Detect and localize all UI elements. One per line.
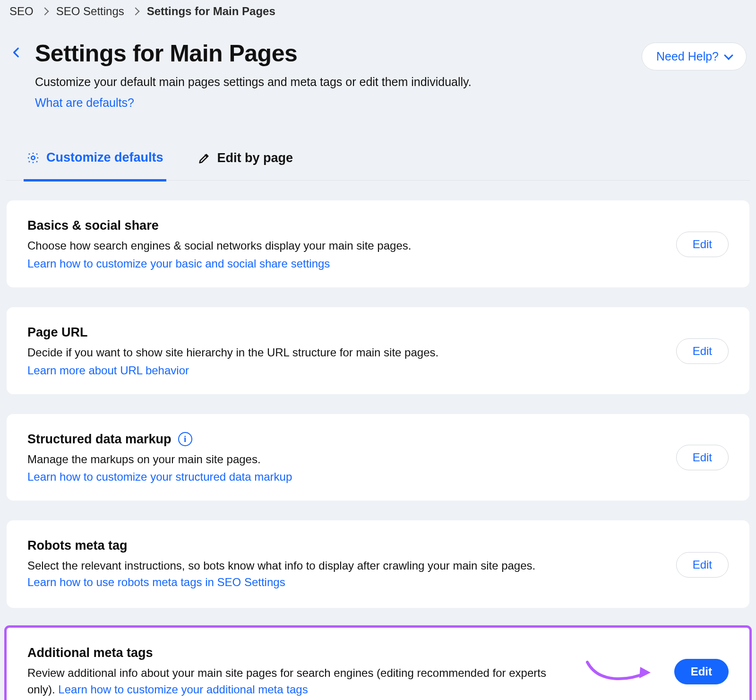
page-subtitle: Customize your default main pages settin… [35,74,629,90]
card-page-url: Page URL Decide if you want to show site… [7,307,749,394]
need-help-button[interactable]: Need Help? [642,43,747,70]
card-robots-meta-tag: Robots meta tag Select the relevant inst… [7,520,749,608]
gear-icon [26,151,40,164]
edit-button[interactable]: Edit [676,232,729,257]
card-title: Structured data markup [27,432,172,447]
card-description: Manage the markups on your main site pag… [27,451,547,468]
edit-button[interactable]: Edit [674,659,729,684]
card-learn-link[interactable]: Learn how to customize your additional m… [58,683,308,696]
tab-edit-by-page[interactable]: Edit by page [195,144,296,180]
card-learn-link[interactable]: Learn how to customize your basic and so… [27,257,330,270]
card-title: Additional meta tags [27,646,153,660]
edit-button[interactable]: Edit [676,445,729,470]
breadcrumb-seo[interactable]: SEO [9,5,34,18]
card-description: Review additional info about your main s… [27,665,547,698]
card-learn-link[interactable]: Learn more about URL behavior [27,364,189,377]
breadcrumb: SEO SEO Settings Settings for Main Pages [6,0,750,26]
edit-button[interactable]: Edit [676,338,729,364]
page-title: Settings for Main Pages [35,40,629,67]
back-button[interactable] [10,46,23,59]
card-description: Decide if you want to show site hierarch… [27,345,547,361]
card-learn-link[interactable]: Learn how to use robots meta tags in SEO… [27,576,285,588]
card-basics-social-share: Basics & social share Choose how search … [7,200,749,287]
breadcrumb-current: Settings for Main Pages [147,5,275,18]
need-help-label: Need Help? [656,50,719,63]
card-learn-link[interactable]: Learn how to customize your structured d… [27,470,292,484]
svg-point-0 [31,156,34,159]
edit-button[interactable]: Edit [676,552,729,578]
card-title: Page URL [27,325,88,340]
card-description: Choose how search engines & social netwo… [27,238,547,254]
card-title: Basics & social share [27,218,159,233]
info-icon[interactable]: i [178,432,192,446]
breadcrumb-seo-settings[interactable]: SEO Settings [56,5,124,18]
card-title: Robots meta tag [27,538,128,553]
annotation-arrow-icon [584,657,655,686]
chevron-right-icon [131,8,139,16]
card-additional-meta-tags: Additional meta tags Review additional i… [7,628,749,700]
chevron-right-icon [41,8,49,16]
tab-label: Edit by page [217,151,293,165]
what-are-defaults-link[interactable]: What are defaults? [35,96,134,110]
pencil-icon [198,152,211,165]
chevron-down-icon [724,51,733,60]
card-structured-data-markup: Structured data markup i Manage the mark… [7,414,749,501]
tab-label: Customize defaults [46,150,163,165]
card-description: Select the relevant instructions, so bot… [27,558,547,591]
tab-customize-defaults[interactable]: Customize defaults [24,144,166,181]
tabs: Customize defaults Edit by page [6,144,750,181]
